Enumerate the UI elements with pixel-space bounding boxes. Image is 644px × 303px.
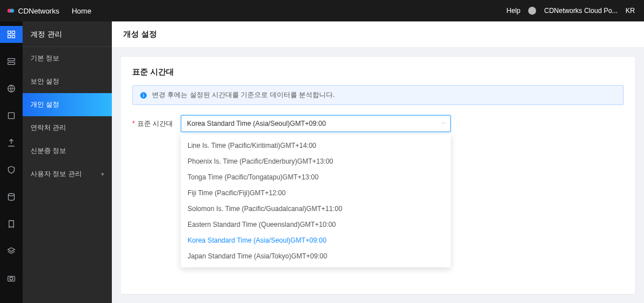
help-link[interactable]: Help xyxy=(507,7,521,15)
rail-item-8[interactable] xyxy=(0,216,23,232)
icon-rail xyxy=(0,21,23,303)
timezone-select[interactable]: Korea Standard Time (Asia/Seoul)GMT+09:0… xyxy=(181,115,451,132)
svg-rect-15 xyxy=(143,93,143,94)
top-bar: CDNetworks Home Help CDNetworks Cloud Po… xyxy=(0,0,644,21)
camera-icon xyxy=(7,274,16,283)
timezone-option[interactable]: Fiji Time (Pacific/Fiji)GMT+12:00 xyxy=(181,185,451,201)
sidebar: 계정 관리 기본 정보 보안 설정 개인 설정 연락처 관리 신분증 정보 사용… xyxy=(23,21,112,303)
timezone-option[interactable]: Line Is. Time (Pacific/Kiritimati)GMT+14… xyxy=(181,138,451,153)
timezone-option[interactable]: Tonga Time (Pacific/Tongatapu)GMT+13:00 xyxy=(181,169,451,185)
nav-home[interactable]: Home xyxy=(72,7,92,15)
topbar-right: Help CDNetworks Cloud Po... KR xyxy=(507,7,635,15)
upload-icon xyxy=(7,138,16,147)
sidebar-item-idcard[interactable]: 신분증 정보 xyxy=(23,139,112,163)
required-marker: * xyxy=(132,120,135,128)
svg-rect-5 xyxy=(12,35,15,38)
svg-rect-14 xyxy=(143,94,143,96)
sidebar-item-label: 기본 정보 xyxy=(31,54,59,63)
timezone-option[interactable]: Korea Standard Time (Asia/Seoul)GMT+09:0… xyxy=(181,232,451,248)
brand-icon xyxy=(7,7,15,15)
sidebar-item-label: 신분증 정보 xyxy=(31,146,66,156)
grid-icon xyxy=(7,30,16,39)
sidebar-item-label: 개인 설정 xyxy=(31,100,59,109)
rail-item-5[interactable] xyxy=(0,134,23,151)
rail-item-3[interactable] xyxy=(0,80,23,97)
sidebar-item-label: 사용자 정보 관리 xyxy=(31,169,82,179)
svg-rect-9 xyxy=(8,113,15,119)
brand-text: CDNetworks xyxy=(18,7,59,15)
svg-point-10 xyxy=(8,194,15,196)
timezone-select-wrap: Korea Standard Time (Asia/Seoul)GMT+09:0… xyxy=(181,115,451,132)
timezone-value: Korea Standard Time (Asia/Seoul)GMT+09:0… xyxy=(187,120,326,128)
avatar[interactable] xyxy=(528,7,536,15)
brand-logo: CDNetworks xyxy=(7,7,59,15)
sidebar-item-label: 보안 설정 xyxy=(31,77,59,86)
shield-icon xyxy=(7,165,16,174)
rail-item-9[interactable] xyxy=(0,243,23,260)
svg-rect-3 xyxy=(12,31,15,34)
chevron-down-icon: ▾ xyxy=(101,171,104,177)
timezone-option[interactable]: Phoenix Is. Time (Pacific/Enderbury)GMT+… xyxy=(181,153,451,169)
account-name[interactable]: CDNetworks Cloud Po... xyxy=(544,7,617,15)
content: 개성 설정 표준 시간대 변경 후에는 설정된 시간대를 기준으로 데이터를 분… xyxy=(112,21,644,303)
lang-select[interactable]: KR xyxy=(625,7,635,15)
sidebar-item-label: 연락처 관리 xyxy=(31,123,66,133)
info-alert: 변경 후에는 설정된 시간대를 기준으로 데이터를 분석합니다. xyxy=(132,85,624,105)
globe-icon xyxy=(7,84,16,93)
database-icon xyxy=(7,192,16,201)
rail-item-10[interactable] xyxy=(0,270,23,287)
layers-icon xyxy=(7,247,16,256)
rail-item-4[interactable] xyxy=(0,107,23,124)
sidebar-item-personal[interactable]: 개인 설정 xyxy=(23,93,112,116)
box-icon xyxy=(7,111,16,120)
sidebar-item-contacts[interactable]: 연락처 관리 xyxy=(23,116,112,139)
timezone-option[interactable]: Solomon Is. Time (Pacific/Guadalcanal)GM… xyxy=(181,201,451,217)
timezone-dropdown[interactable]: Line Is. Time (Pacific/Kiritimati)GMT+14… xyxy=(181,134,451,267)
settings-card: 표준 시간대 변경 후에는 설정된 시간대를 기준으로 데이터를 분석합니다. … xyxy=(121,57,635,294)
svg-point-12 xyxy=(10,277,12,280)
svg-rect-4 xyxy=(8,35,11,38)
chevron-up-icon xyxy=(441,120,446,128)
rail-item-dashboard[interactable] xyxy=(0,26,23,43)
rail-item-6[interactable] xyxy=(0,161,23,178)
sidebar-item-users[interactable]: 사용자 정보 관리 ▾ xyxy=(23,163,112,186)
card-title: 표준 시간대 xyxy=(132,67,624,77)
server-icon xyxy=(7,57,16,66)
rail-item-2[interactable] xyxy=(0,53,23,70)
info-text: 변경 후에는 설정된 시간대를 기준으로 데이터를 분석합니다. xyxy=(152,90,334,100)
svg-rect-2 xyxy=(8,31,11,34)
timezone-label: *표준 시간대 xyxy=(132,119,173,129)
info-icon xyxy=(140,91,147,99)
svg-rect-6 xyxy=(8,59,15,61)
rail-item-7[interactable] xyxy=(0,188,23,205)
svg-point-1 xyxy=(10,9,14,13)
sidebar-item-basic-info[interactable]: 기본 정보 xyxy=(23,47,112,70)
sidebar-section-title: 계정 관리 xyxy=(23,21,112,47)
timezone-option[interactable]: Eastern Standard Time (Queensland)GMT+10… xyxy=(181,217,451,232)
page-title: 개성 설정 xyxy=(112,21,644,48)
timezone-option[interactable]: Japan Standard Time (Asia/Tokyo)GMT+09:0… xyxy=(181,248,451,264)
receipt-icon xyxy=(7,219,16,229)
svg-rect-7 xyxy=(8,62,15,64)
sidebar-item-security[interactable]: 보안 설정 xyxy=(23,70,112,93)
timezone-row: *표준 시간대 Korea Standard Time (Asia/Seoul)… xyxy=(132,115,624,132)
